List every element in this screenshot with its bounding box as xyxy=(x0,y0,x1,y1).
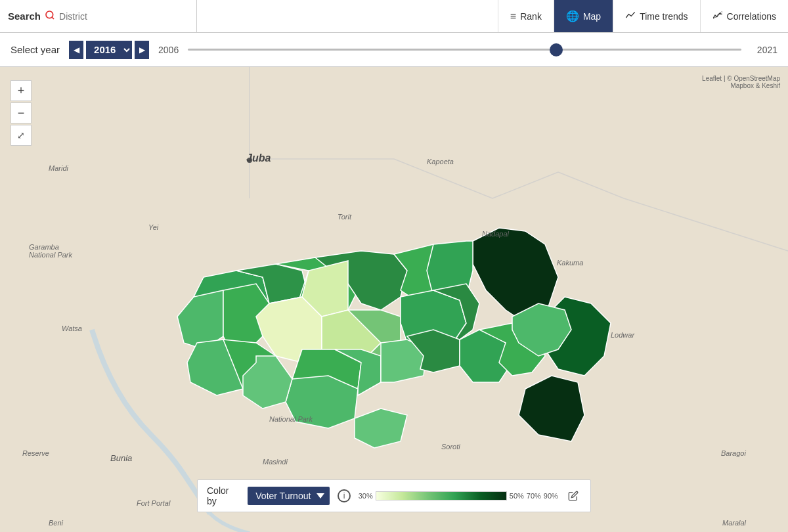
tab-correlations-label: Correlations xyxy=(727,11,776,22)
legend-gradient xyxy=(376,491,507,500)
tab-map[interactable]: 🌐 Map xyxy=(554,0,613,32)
map-label-kakuma: Kakuma xyxy=(557,259,583,267)
map-label-maridi: Maridi xyxy=(49,164,68,172)
year-selector: ◀ 2016 2011 2006 2021 ▶ xyxy=(69,41,149,59)
map-container: + − ⤢ Leaflet | © OpenStreetMap Mapbox &… xyxy=(0,67,788,532)
map-label-national-park: National Park xyxy=(269,415,313,423)
legend-label-30: 30% xyxy=(359,492,373,500)
nav-tabs: ≡ Rank 🌐 Map Time trends Correlations xyxy=(498,0,788,32)
map-label-reserve: Reserve xyxy=(22,449,49,457)
tab-correlations[interactable]: Correlations xyxy=(700,0,788,32)
attribution-text2: Mapbox & Keshif xyxy=(702,82,780,89)
tab-rank-label: Rank xyxy=(520,11,542,22)
map-label-juba: Juba xyxy=(246,152,271,164)
attribution: Leaflet | © OpenStreetMap Mapbox & Keshi… xyxy=(702,75,780,89)
tab-rank[interactable]: ≡ Rank xyxy=(498,0,554,32)
legend-bar: 30% 50% 70% 90% xyxy=(359,491,558,500)
correlations-icon xyxy=(712,11,723,22)
search-label: Search xyxy=(8,11,41,22)
range-end-label: 2021 xyxy=(757,45,777,55)
range-start-label: 2006 xyxy=(158,45,179,55)
info-icon[interactable]: i xyxy=(338,489,350,502)
tab-time-trends[interactable]: Time trends xyxy=(613,0,699,32)
year-bar: Select year ◀ 2016 2011 2006 2021 ▶ 2006… xyxy=(0,33,788,67)
tab-map-label: Map xyxy=(583,11,601,22)
trends-icon xyxy=(625,11,636,22)
fullscreen-button[interactable]: ⤢ xyxy=(11,125,32,146)
map-label-kapoeta: Kapoeta xyxy=(427,158,454,166)
year-next-button[interactable]: ▶ xyxy=(135,41,149,59)
map-label-masindi: Masindi xyxy=(263,458,288,466)
map-label-bunia: Bunia xyxy=(110,453,132,463)
svg-point-0 xyxy=(46,11,53,18)
search-area: Search xyxy=(0,0,197,32)
year-dropdown[interactable]: 2016 2011 2006 2021 xyxy=(86,41,132,59)
attribution-text: Leaflet | © OpenStreetMap xyxy=(702,75,780,82)
edit-icon[interactable] xyxy=(566,488,581,504)
year-slider[interactable] xyxy=(188,49,741,51)
zoom-in-button[interactable]: + xyxy=(11,80,32,101)
color-dropdown[interactable]: Voter Turnout xyxy=(248,487,330,505)
map-icon: 🌐 xyxy=(566,10,579,22)
year-prev-button[interactable]: ◀ xyxy=(69,41,83,59)
search-icon xyxy=(45,10,55,23)
map-label-fortportal: Fort Portal xyxy=(137,499,170,507)
map-label-watsa: Watsa xyxy=(62,324,82,332)
map-label-baragoi: Baragoi xyxy=(721,449,746,457)
map-label-yei: Yei xyxy=(148,223,158,231)
zoom-out-button[interactable]: − xyxy=(11,102,32,123)
map-label-torit: Torit xyxy=(338,213,351,221)
map-label-maralal: Maralal xyxy=(722,519,746,527)
legend-label-70: 70% xyxy=(527,492,541,500)
map-label-lodwar: Lodwar xyxy=(611,331,634,339)
tab-time-trends-label: Time trends xyxy=(640,11,688,22)
bottom-bar: Color by Voter Turnout i 30% 50% 70% 90% xyxy=(197,479,591,512)
map-label-garamba: GarambaNational Park xyxy=(29,243,72,259)
year-slider-container xyxy=(188,49,741,51)
map-label-beni: Beni xyxy=(49,519,63,527)
legend-label-90: 90% xyxy=(544,492,558,500)
svg-line-1 xyxy=(52,17,54,19)
search-input[interactable] xyxy=(59,11,138,22)
header-bar: Search ≡ Rank 🌐 Map Time trends xyxy=(0,0,788,33)
info-label: i xyxy=(343,491,345,500)
map-label-nadapal: Nadapal xyxy=(482,230,509,238)
legend-label-50: 50% xyxy=(510,492,524,500)
map-controls: + − ⤢ xyxy=(11,80,32,146)
map-label-soroti: Soroti xyxy=(441,443,460,451)
color-by-label: Color by xyxy=(207,485,240,506)
rank-icon: ≡ xyxy=(510,11,516,22)
year-bar-label: Select year xyxy=(11,44,60,55)
